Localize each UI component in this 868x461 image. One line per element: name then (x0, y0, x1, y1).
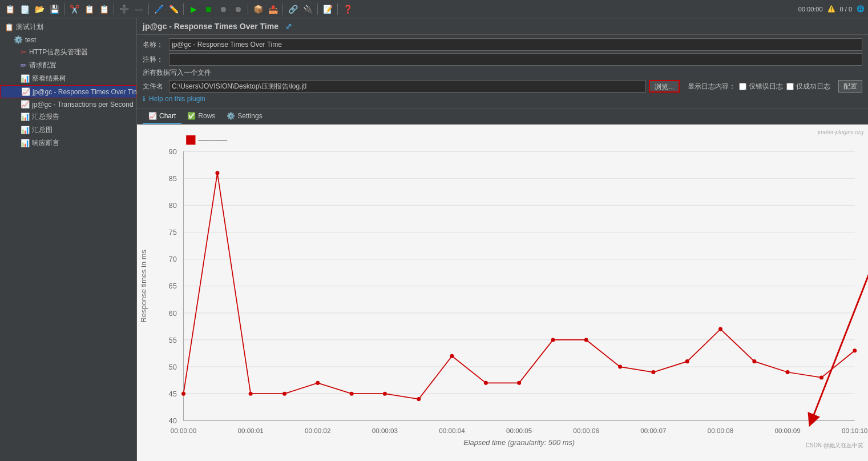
svg-text:00:00:05: 00:00:05 (506, 426, 532, 434)
tab-chart[interactable]: 📈 Chart (143, 109, 181, 124)
svg-text:70: 70 (169, 255, 177, 263)
sidebar-item-http-header[interactable]: ✂ HTTP信息头管理器 (0, 46, 136, 59)
help-row: ℹ Help on this plugin (143, 95, 862, 103)
filename-row: 文件名 浏览... 显示日志内容： 仅错误日志 仅成功日志 配置 (143, 80, 862, 93)
sidebar-item-label: 测试计划 (16, 22, 43, 32)
warning-icon: ⚠️ (827, 5, 835, 13)
svg-text:00:00:03: 00:00:03 (372, 426, 398, 434)
toolbar-pen-icon[interactable]: 🖊️ (152, 3, 165, 15)
toolbar-cut-icon[interactable]: ✂️ (68, 3, 80, 15)
data-point (685, 359, 689, 363)
data-point (551, 338, 555, 342)
success-log-checkbox-label: 仅成功日志 (786, 82, 830, 91)
chart-svg: 90 85 80 75 70 65 60 55 50 45 40 Respons… (137, 125, 868, 461)
data-point (215, 171, 219, 175)
data-point (786, 370, 790, 374)
svg-rect-0 (137, 125, 868, 461)
test-plan-icon: 📋 (5, 23, 14, 31)
title-bar: jp@gc - Response Times Over Time ⤢ (137, 18, 868, 35)
settings-tab-icon: ⚙️ (227, 112, 235, 120)
sidebar-item-label: 察看结果树 (32, 74, 66, 83)
sidebar-item-label: 汇总报告 (32, 112, 59, 122)
count-display: 0 / 0 (840, 6, 852, 13)
config-settings-button[interactable]: 配置 (838, 80, 862, 93)
data-point (350, 392, 354, 396)
comment-label: 注释： (143, 55, 165, 65)
summary-chart-icon: 📊 (21, 126, 30, 134)
name-label: 名称： (143, 40, 165, 50)
toolbar: 📋 🗒️ 📂 💾 ✂️ 📋 📋 ➕ — 🖊️ ✏️ ▶ ⏹ ⏺ ⏺ 📦 📤 🔗 … (0, 0, 868, 18)
sidebar-item-transactions[interactable]: 📈 jp@gc - Transactions per Second (0, 98, 136, 110)
toolbar-pencil-icon[interactable]: ✏️ (167, 3, 180, 15)
toolbar-package-icon[interactable]: 📦 (252, 3, 264, 15)
svg-text:65: 65 (169, 282, 177, 290)
toolbar-copy-icon[interactable]: 📋 (83, 3, 95, 15)
toolbar-new-icon[interactable]: 🗒️ (18, 3, 31, 15)
sidebar-item-test-plan[interactable]: 📋 测试计划 (0, 21, 136, 34)
toolbar-remove-icon[interactable]: — (132, 3, 145, 15)
sidebar-item-result-tree[interactable]: 📊 察看结果树 (0, 72, 136, 85)
tabs-bar: 📈 Chart ✅ Rows ⚙️ Settings (137, 109, 868, 125)
toolbar-sep4 (183, 3, 184, 15)
svg-text:85: 85 (169, 174, 177, 183)
main-layout: 📋 测试计划 ⚙️ test ✂ HTTP信息头管理器 ✏ 请求配置 📊 察看结… (0, 18, 868, 461)
tab-rows[interactable]: ✅ Rows (181, 109, 221, 124)
error-log-checkbox-label: 仅错误日志 (739, 82, 783, 91)
success-log-label: 仅成功日志 (796, 82, 830, 91)
name-row: 名称： (143, 38, 862, 51)
expand-icon[interactable]: ⤢ (285, 22, 292, 31)
data-point (853, 348, 857, 352)
toolbar-open-icon[interactable]: 📂 (33, 3, 46, 15)
comment-input[interactable] (169, 53, 862, 66)
chart-tab-icon: 📈 (148, 112, 157, 120)
write-to-file-row: 所有数据写入一个文件 (143, 68, 862, 78)
toolbar-note-icon[interactable]: 📝 (321, 3, 334, 15)
toolbar-testplan-icon[interactable]: 📋 (3, 3, 16, 15)
error-log-label: 仅错误日志 (749, 82, 783, 91)
help-link[interactable]: Help on this plugin (149, 95, 205, 103)
sidebar-item-response-times[interactable]: 📈 jp@gc - Response Times Over Time (0, 85, 136, 98)
globe-icon: 🌐 (857, 5, 865, 13)
toolbar-paste-icon[interactable]: 📋 (98, 3, 110, 15)
legend-color (186, 135, 195, 145)
filename-input[interactable] (169, 80, 645, 93)
tab-settings[interactable]: ⚙️ Settings (221, 109, 268, 124)
data-point (752, 359, 756, 363)
toolbar-record-icon[interactable]: ⏺ (217, 3, 229, 15)
data-point (618, 365, 622, 369)
error-log-checkbox[interactable] (739, 83, 746, 90)
svg-text:75: 75 (169, 228, 177, 236)
sidebar-item-summary-chart[interactable]: 📊 汇总图 (0, 123, 136, 137)
svg-text:00:00:07: 00:00:07 (640, 426, 666, 434)
legend-label: ———— (198, 136, 227, 145)
watermark-bottom: CSDN @她又在丛中笑 (806, 442, 863, 450)
summary-report-icon: 📊 (21, 113, 30, 121)
sidebar-item-response-assertion[interactable]: 📊 响应断言 (0, 137, 136, 150)
svg-text:00:00:02: 00:00:02 (305, 426, 330, 434)
chart-area: jmeter-plugins.org CSDN @她又在丛中笑 (137, 125, 868, 461)
sidebar-item-request-config[interactable]: ✏ 请求配置 (0, 59, 136, 72)
success-log-checkbox[interactable] (786, 83, 794, 90)
svg-text:80: 80 (169, 201, 177, 210)
toolbar-run-icon[interactable]: ▶ (187, 3, 200, 15)
svg-text:Response times in ms: Response times in ms (139, 250, 148, 322)
toolbar-sep6 (282, 3, 283, 15)
sidebar-item-test[interactable]: ⚙️ test (0, 34, 136, 46)
toolbar-save-icon[interactable]: 💾 (48, 3, 60, 15)
sidebar-item-summary-report[interactable]: 📊 汇总报告 (0, 110, 136, 123)
toolbar-export-icon[interactable]: 📤 (267, 3, 279, 15)
svg-text:00:00:08: 00:00:08 (708, 426, 733, 434)
toolbar-plugin-icon[interactable]: 🔌 (301, 3, 314, 15)
toolbar-help-icon[interactable]: ❓ (341, 3, 354, 15)
toolbar-add-icon[interactable]: ➕ (118, 3, 130, 15)
request-config-icon: ✏ (21, 61, 27, 70)
browse-button[interactable]: 浏览... (649, 80, 680, 93)
toolbar-record2-icon[interactable]: ⏺ (232, 3, 244, 15)
transactions-icon: 📈 (21, 100, 30, 109)
test-icon: ⚙️ (14, 35, 23, 44)
toolbar-link-icon[interactable]: 🔗 (286, 3, 299, 15)
svg-text:55: 55 (169, 336, 177, 344)
svg-text:00:00:09: 00:00:09 (774, 426, 800, 434)
toolbar-stop-icon[interactable]: ⏹ (202, 3, 215, 15)
name-input[interactable] (169, 38, 862, 51)
